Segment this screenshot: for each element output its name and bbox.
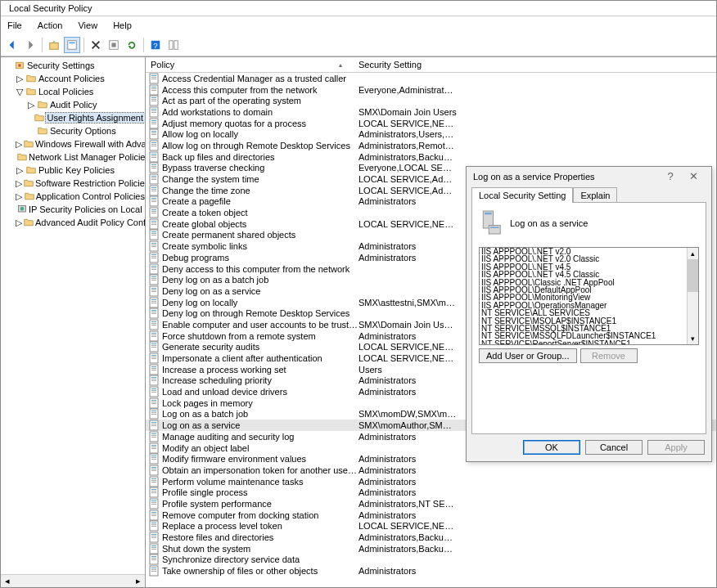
button-row: Add User or Group... Remove xyxy=(479,348,699,363)
policy-icon xyxy=(149,364,160,375)
column-policy[interactable]: Policy ▴ xyxy=(146,57,354,72)
tree-root-label: Security Settings xyxy=(27,61,95,70)
policy-icon xyxy=(149,207,160,218)
cancel-button[interactable]: Cancel xyxy=(585,440,643,455)
add-user-group-button[interactable]: Add User or Group... xyxy=(479,348,577,363)
tree-item[interactable]: ▽Local Policies xyxy=(1,85,145,98)
policy-row[interactable]: Allow log on locallyAdministrators,Users… xyxy=(146,128,716,140)
svg-rect-96 xyxy=(151,310,156,311)
expand-icon[interactable]: ▷ xyxy=(16,74,24,84)
policy-row[interactable]: Back up files and directoriesAdministrat… xyxy=(146,151,716,163)
tab-explain[interactable]: Explain xyxy=(573,187,617,203)
policy-setting: Users xyxy=(358,365,457,375)
expand-icon[interactable]: ▷ xyxy=(16,191,23,202)
policy-icon xyxy=(149,386,160,397)
policy-row[interactable]: Synchronize directory service data xyxy=(146,554,716,566)
policy-row[interactable]: Profile system performanceAdministrators… xyxy=(146,498,716,509)
scroll-thumb[interactable] xyxy=(688,259,698,292)
policy-name: Force shutdown from a remote system xyxy=(162,331,358,341)
menu-help[interactable]: Help xyxy=(106,18,138,33)
policy-icon xyxy=(149,543,160,554)
vertical-scrollbar[interactable]: ▴ ▾ xyxy=(687,248,698,344)
scroll-track[interactable] xyxy=(688,292,698,333)
tree-item[interactable]: ▷Windows Firewall with Advanced Sec xyxy=(1,137,145,150)
policy-row[interactable]: Access this computer from the networkEve… xyxy=(146,84,716,96)
tree-item[interactable]: ▷Audit Policy xyxy=(1,98,145,111)
column-setting[interactable]: Security Setting xyxy=(354,57,716,72)
svg-rect-177 xyxy=(151,536,156,536)
policy-row[interactable]: Replace a process level tokenLOCAL SERVI… xyxy=(146,521,716,532)
expand-icon[interactable]: ▷ xyxy=(16,178,22,189)
dialog-help-button[interactable]: ? xyxy=(659,170,682,182)
menu-action[interactable]: Action xyxy=(31,18,70,33)
tree-item[interactable]: ▷Advanced Audit Policy Configuration xyxy=(1,216,145,229)
dialog-titlebar: Log on as a service Properties ? ✕ xyxy=(467,167,711,186)
scroll-track[interactable] xyxy=(14,575,132,587)
expand-icon[interactable]: ▽ xyxy=(16,87,24,97)
policy-row[interactable]: Add workstations to domainSMX\Domain Joi… xyxy=(146,106,716,118)
tree-item[interactable]: IP Security Policies on Local Compute xyxy=(1,203,145,216)
scroll-down-icon[interactable]: ▾ xyxy=(688,333,698,344)
policy-row[interactable]: Access Credential Manager as a trusted c… xyxy=(146,73,716,84)
menu-file[interactable]: File xyxy=(1,18,29,33)
forward-button[interactable] xyxy=(22,37,38,53)
help-button[interactable]: ? xyxy=(147,37,164,53)
tree-item[interactable]: Security Options xyxy=(1,124,145,137)
scroll-right-icon[interactable]: ▸ xyxy=(132,575,145,587)
remove-button[interactable]: Remove xyxy=(580,348,638,363)
menubar: File Action View Help xyxy=(1,16,716,34)
back-button[interactable] xyxy=(4,37,20,53)
menu-view[interactable]: View xyxy=(71,18,104,33)
policy-row[interactable]: Allow log on through Remote Desktop Serv… xyxy=(146,140,716,151)
expand-icon[interactable]: ▷ xyxy=(16,139,22,150)
dialog-close-button[interactable]: ✕ xyxy=(682,170,705,182)
policy-row[interactable]: Perform volume maintenance tasksAdminist… xyxy=(146,476,716,487)
properties-dialog: Log on as a service Properties ? ✕ Local… xyxy=(466,166,712,462)
policy-row[interactable]: Shut down the systemAdministrators,Backu… xyxy=(146,543,716,554)
svg-rect-192 xyxy=(485,213,492,215)
scroll-up-icon[interactable]: ▴ xyxy=(688,248,698,259)
export-button[interactable] xyxy=(106,37,122,53)
policy-row[interactable]: Adjust memory quotas for a processLOCAL … xyxy=(146,118,716,129)
tab-local-security-setting[interactable]: Local Security Setting xyxy=(471,187,573,203)
properties-button[interactable] xyxy=(64,37,80,53)
svg-rect-144 xyxy=(151,445,156,446)
tree-item[interactable]: ▷Public Key Policies xyxy=(1,164,145,177)
delete-button[interactable] xyxy=(88,37,104,53)
members-listbox[interactable]: IIS APPPOOL\.NET v2.0IIS APPPOOL\.NET v2… xyxy=(479,247,699,345)
policy-icon xyxy=(149,487,160,498)
ok-button[interactable]: OK xyxy=(523,440,580,455)
policy-row[interactable]: Restore files and directoriesAdministrat… xyxy=(146,532,716,543)
policy-row[interactable]: Act as part of the operating system xyxy=(146,95,716,106)
svg-rect-189 xyxy=(151,569,156,570)
tree-item[interactable]: ▷Application Control Policies xyxy=(1,190,145,203)
svg-rect-58 xyxy=(151,201,156,202)
policy-icon xyxy=(149,532,160,543)
policy-row[interactable]: Profile single processAdministrators xyxy=(146,487,716,498)
expand-icon[interactable]: ▷ xyxy=(16,218,22,228)
tree-item[interactable]: ▷Software Restriction Policies xyxy=(1,177,145,190)
tree-item[interactable]: Network List Manager Policies xyxy=(1,150,145,164)
up-button[interactable] xyxy=(46,37,62,53)
policy-row[interactable]: Take ownership of files or other objects… xyxy=(146,565,716,577)
horizontal-scrollbar[interactable]: ◂ ▸ xyxy=(1,574,145,587)
policy-setting: Administrators xyxy=(358,477,457,487)
tree-item[interactable]: User Rights Assignment xyxy=(1,111,145,124)
scroll-left-icon[interactable]: ◂ xyxy=(1,575,14,587)
policy-row[interactable]: Remove computer from docking stationAdmi… xyxy=(146,509,716,521)
tree[interactable]: Security Settings▷Account Policies▽Local… xyxy=(1,57,145,574)
expand-icon[interactable]: ▷ xyxy=(27,100,35,110)
apply-button[interactable]: Apply xyxy=(647,440,705,455)
policy-setting: Administrators xyxy=(358,510,457,520)
policy-row[interactable]: Obtain an impersonation token for anothe… xyxy=(146,465,716,476)
expand-icon[interactable]: ▷ xyxy=(16,165,24,176)
svg-rect-158 xyxy=(151,482,156,483)
policy-name: Generate security audits xyxy=(162,342,358,352)
refresh-button[interactable] xyxy=(124,37,140,53)
svg-rect-193 xyxy=(489,226,500,235)
show-hide-button[interactable] xyxy=(165,37,182,53)
tree-item[interactable]: ▷Account Policies xyxy=(1,72,145,85)
list-item[interactable]: NT SERVICE\ReportServer$INSTANCE1 xyxy=(480,340,687,344)
tree-root[interactable]: Security Settings xyxy=(1,59,145,72)
svg-text:?: ? xyxy=(153,41,157,50)
